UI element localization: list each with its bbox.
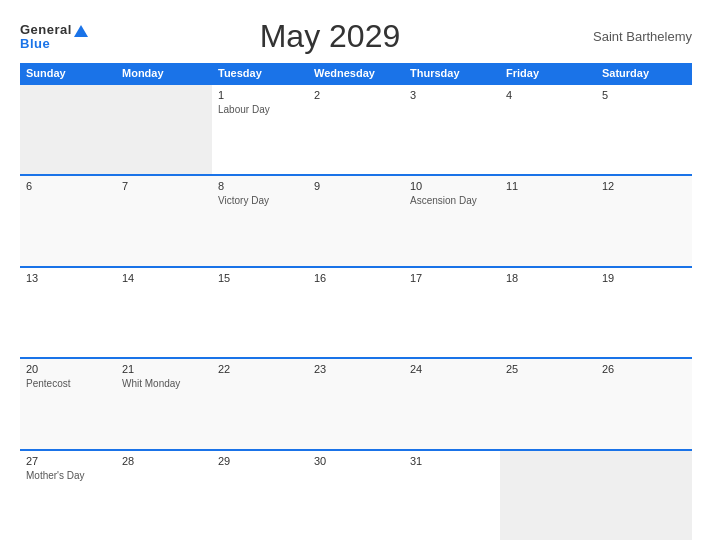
day-cell bbox=[596, 451, 692, 540]
day-number: 26 bbox=[602, 363, 686, 375]
day-number: 22 bbox=[218, 363, 302, 375]
logo-triangle-icon bbox=[74, 25, 88, 37]
header: General Blue May 2029 Saint Barthelemy bbox=[20, 18, 692, 55]
day-cell: 28 bbox=[116, 451, 212, 540]
day-number: 29 bbox=[218, 455, 302, 467]
day-number: 15 bbox=[218, 272, 302, 284]
day-number: 27 bbox=[26, 455, 110, 467]
day-cell: 10Ascension Day bbox=[404, 176, 500, 265]
week-row-2: 678Victory Day910Ascension Day1112 bbox=[20, 174, 692, 265]
day-cell: 14 bbox=[116, 268, 212, 357]
day-cell bbox=[20, 85, 116, 174]
day-number: 8 bbox=[218, 180, 302, 192]
day-cell: 1Labour Day bbox=[212, 85, 308, 174]
day-cell: 17 bbox=[404, 268, 500, 357]
day-number: 9 bbox=[314, 180, 398, 192]
day-number: 17 bbox=[410, 272, 494, 284]
day-cell: 6 bbox=[20, 176, 116, 265]
day-number: 13 bbox=[26, 272, 110, 284]
day-cell bbox=[500, 451, 596, 540]
day-cell: 30 bbox=[308, 451, 404, 540]
day-header-monday: Monday bbox=[116, 63, 212, 83]
day-number: 6 bbox=[26, 180, 110, 192]
day-number: 3 bbox=[410, 89, 494, 101]
day-number: 7 bbox=[122, 180, 206, 192]
day-number: 18 bbox=[506, 272, 590, 284]
day-cell: 24 bbox=[404, 359, 500, 448]
day-number: 4 bbox=[506, 89, 590, 101]
calendar: SundayMondayTuesdayWednesdayThursdayFrid… bbox=[20, 63, 692, 540]
day-number: 19 bbox=[602, 272, 686, 284]
day-number: 31 bbox=[410, 455, 494, 467]
day-cell: 22 bbox=[212, 359, 308, 448]
day-number: 2 bbox=[314, 89, 398, 101]
day-cell: 2 bbox=[308, 85, 404, 174]
day-cell: 3 bbox=[404, 85, 500, 174]
day-number: 11 bbox=[506, 180, 590, 192]
day-number: 21 bbox=[122, 363, 206, 375]
day-number: 10 bbox=[410, 180, 494, 192]
day-number: 12 bbox=[602, 180, 686, 192]
holiday-name: Pentecost bbox=[26, 377, 110, 390]
logo-general-text: General bbox=[20, 23, 88, 37]
day-cell: 18 bbox=[500, 268, 596, 357]
day-number: 16 bbox=[314, 272, 398, 284]
day-cell: 21Whit Monday bbox=[116, 359, 212, 448]
day-header-wednesday: Wednesday bbox=[308, 63, 404, 83]
day-cell: 27Mother's Day bbox=[20, 451, 116, 540]
day-cell: 7 bbox=[116, 176, 212, 265]
holiday-name: Mother's Day bbox=[26, 469, 110, 482]
day-number: 28 bbox=[122, 455, 206, 467]
day-number: 1 bbox=[218, 89, 302, 101]
day-cell: 8Victory Day bbox=[212, 176, 308, 265]
day-header-sunday: Sunday bbox=[20, 63, 116, 83]
day-cell: 20Pentecost bbox=[20, 359, 116, 448]
day-header-tuesday: Tuesday bbox=[212, 63, 308, 83]
holiday-name: Whit Monday bbox=[122, 377, 206, 390]
day-number: 25 bbox=[506, 363, 590, 375]
logo-blue-text: Blue bbox=[20, 37, 88, 50]
day-number: 30 bbox=[314, 455, 398, 467]
week-row-5: 27Mother's Day28293031 bbox=[20, 449, 692, 540]
day-header-thursday: Thursday bbox=[404, 63, 500, 83]
day-cell: 31 bbox=[404, 451, 500, 540]
day-cell: 29 bbox=[212, 451, 308, 540]
day-cell bbox=[116, 85, 212, 174]
region-label: Saint Barthelemy bbox=[572, 29, 692, 44]
day-cell: 19 bbox=[596, 268, 692, 357]
day-cell: 25 bbox=[500, 359, 596, 448]
day-cell: 9 bbox=[308, 176, 404, 265]
day-cell: 13 bbox=[20, 268, 116, 357]
week-row-4: 20Pentecost21Whit Monday2223242526 bbox=[20, 357, 692, 448]
day-cell: 23 bbox=[308, 359, 404, 448]
holiday-name: Labour Day bbox=[218, 103, 302, 116]
weeks-container: 1Labour Day2345678Victory Day910Ascensio… bbox=[20, 83, 692, 540]
day-cell: 12 bbox=[596, 176, 692, 265]
day-header-saturday: Saturday bbox=[596, 63, 692, 83]
holiday-name: Victory Day bbox=[218, 194, 302, 207]
day-headers-row: SundayMondayTuesdayWednesdayThursdayFrid… bbox=[20, 63, 692, 83]
day-cell: 11 bbox=[500, 176, 596, 265]
day-number: 24 bbox=[410, 363, 494, 375]
logo: General Blue bbox=[20, 23, 88, 50]
day-number: 23 bbox=[314, 363, 398, 375]
week-row-1: 1Labour Day2345 bbox=[20, 83, 692, 174]
week-row-3: 13141516171819 bbox=[20, 266, 692, 357]
day-cell: 4 bbox=[500, 85, 596, 174]
day-cell: 15 bbox=[212, 268, 308, 357]
day-header-friday: Friday bbox=[500, 63, 596, 83]
calendar-page: General Blue May 2029 Saint Barthelemy S… bbox=[0, 0, 712, 550]
day-cell: 26 bbox=[596, 359, 692, 448]
day-number: 5 bbox=[602, 89, 686, 101]
day-cell: 16 bbox=[308, 268, 404, 357]
day-number: 20 bbox=[26, 363, 110, 375]
day-cell: 5 bbox=[596, 85, 692, 174]
day-number: 14 bbox=[122, 272, 206, 284]
holiday-name: Ascension Day bbox=[410, 194, 494, 207]
calendar-title: May 2029 bbox=[88, 18, 572, 55]
